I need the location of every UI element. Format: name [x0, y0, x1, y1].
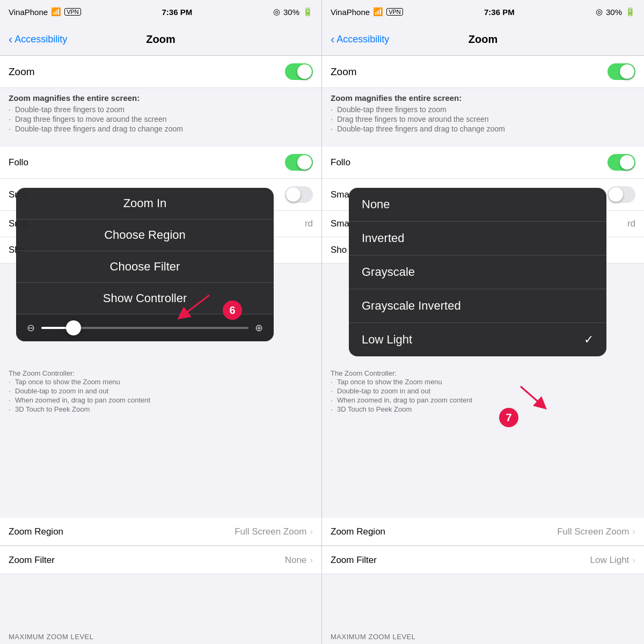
controller-desc-title-right: The Zoom Controller:	[331, 369, 635, 377]
wifi-icon-left: 📶	[51, 7, 61, 17]
zoom-filter-row-right[interactable]: Zoom Filter Low Light ›	[322, 546, 644, 574]
status-bar-left: VinaPhone 📶 VPN 7:36 PM ◎ 30% 🔋	[0, 0, 321, 24]
zoom-desc-item-3: Double-tap three fingers and drag to cha…	[9, 124, 313, 134]
zoom-filter-arrow-right: ›	[632, 555, 635, 566]
zoom-region-row-right[interactable]: Zoom Region Full Screen Zoom ›	[322, 518, 644, 546]
show-label-right: Sho	[331, 245, 347, 255]
back-button-left[interactable]: ‹ Accessibility	[9, 33, 67, 47]
smart-row2-label-right: Sma	[331, 218, 349, 229]
zoom-in-icon: ⊕	[255, 322, 263, 334]
controller-desc-right: The Zoom Controller: Tap once to show th…	[322, 365, 644, 418]
back-button-right[interactable]: ‹ Accessibility	[331, 33, 389, 47]
battery-icon-right: 🔋	[625, 7, 635, 17]
action-choose-region[interactable]: Choose Region	[16, 219, 274, 251]
time-right: 7:36 PM	[484, 8, 515, 17]
follow-toggle-left[interactable]	[285, 154, 313, 171]
status-right-left: ◎ 30% 🔋	[273, 7, 313, 17]
ctrl-desc-4: 3D Touch to Peek Zoom	[9, 405, 313, 414]
zoom-desc-item-2: Drag three fingers to move around the sc…	[9, 114, 313, 124]
filter-none[interactable]: None	[349, 188, 606, 222]
nav-bar-left: ‹ Accessibility Zoom	[0, 24, 321, 56]
ctrl-desc-r-2: Double-tap to zoom in and out	[331, 386, 635, 396]
action-choose-filter-label: Choose Filter	[110, 260, 180, 274]
arrow-annotation-6	[134, 284, 220, 327]
battery-left: 30%	[283, 8, 299, 17]
ctrl-desc-1: Tap once to show the Zoom menu	[9, 377, 313, 386]
status-left: VinaPhone 📶 VPN	[9, 7, 81, 17]
max-zoom-label-right: MAXIMUM ZOOM LEVEL	[331, 633, 635, 641]
controller-desc-title-left: The Zoom Controller:	[9, 369, 313, 377]
back-arrow-left: ‹	[9, 33, 12, 47]
left-panel: VinaPhone 📶 VPN 7:36 PM ◎ 30% 🔋 ‹ Access…	[0, 0, 322, 644]
bottom-rows-right: Zoom Region Full Screen Zoom › Zoom Filt…	[322, 518, 644, 574]
zoom-filter-value-wrapper-left: None ›	[285, 555, 313, 566]
action-zoom-in-label: Zoom In	[123, 196, 167, 210]
zoom-desc-title-left: Zoom magnifies the entire screen:	[9, 93, 313, 103]
smart-row2-val-left: rd	[305, 218, 313, 229]
action-choose-filter[interactable]: Choose Filter	[16, 251, 274, 283]
action-zoom-in[interactable]: Zoom In	[16, 188, 274, 219]
zoom-desc-r-3: Double-tap three fingers and drag to cha…	[331, 124, 635, 134]
location-icon-right: ◎	[596, 7, 603, 17]
zoom-region-value-wrapper-left: Full Screen Zoom ›	[235, 526, 313, 537]
status-right-right: ◎ 30% 🔋	[596, 7, 635, 17]
max-zoom-label-left: MAXIMUM ZOOM LEVEL	[9, 633, 313, 641]
wifi-icon-right: 📶	[373, 7, 383, 17]
battery-right: 30%	[606, 8, 622, 17]
zoom-filter-row-left[interactable]: Zoom Filter None ›	[0, 546, 321, 574]
filter-grayscale[interactable]: Grayscale	[349, 255, 606, 289]
page-title-left: Zoom	[146, 33, 175, 46]
follow-toggle-right[interactable]	[608, 154, 635, 171]
zoom-filter-label-left: Zoom Filter	[9, 555, 55, 566]
zoom-desc-r-1: Double-tap three fingers to zoom	[331, 105, 635, 114]
zoom-desc-list-right: Double-tap three fingers to zoom Drag th…	[331, 105, 635, 134]
zoom-filter-value-right: Low Light	[590, 555, 630, 566]
follow-focus-row-right: Follo	[322, 147, 644, 179]
zoom-filter-value-wrapper-right: Low Light ›	[590, 555, 635, 566]
arrow-annotation-7	[504, 376, 580, 419]
zoom-desc-title-right: Zoom magnifies the entire screen:	[331, 93, 635, 103]
zoom-region-label-right: Zoom Region	[331, 526, 385, 537]
bottom-rows-left: Zoom Region Full Screen Zoom › Zoom Filt…	[0, 518, 321, 574]
carrier-left: VinaPhone	[9, 8, 48, 17]
zoom-region-row-left[interactable]: Zoom Region Full Screen Zoom ›	[0, 518, 321, 546]
follow-label-partial-left: Follo	[9, 157, 28, 168]
controller-desc-list-right: Tap once to show the Zoom menu Double-ta…	[331, 377, 635, 414]
step-badge-6: 6	[223, 301, 242, 320]
zoom-region-value-left: Full Screen Zoom	[235, 526, 306, 537]
back-label-right[interactable]: Accessibility	[336, 34, 389, 45]
back-arrow-right: ‹	[331, 33, 334, 47]
nav-bar-right: ‹ Accessibility Zoom	[322, 24, 644, 56]
zoom-region-value-right: Full Screen Zoom	[557, 526, 629, 537]
zoom-description-right: Zoom magnifies the entire screen: Double…	[322, 88, 644, 142]
zoom-toggle-right[interactable]	[608, 63, 635, 80]
zoom-desc-list-left: Double-tap three fingers to zoom Drag th…	[9, 105, 313, 134]
controller-desc-left: The Zoom Controller: Tap once to show th…	[0, 365, 321, 418]
zoom-toggle-row-right: Zoom	[322, 56, 644, 88]
filter-low-light[interactable]: Low Light ✓	[349, 323, 606, 356]
follow-focus-row-left: Follo	[0, 147, 321, 179]
zoom-toggle-left[interactable]	[285, 63, 313, 80]
zoom-filter-value-left: None	[285, 555, 307, 566]
battery-icon-left: 🔋	[303, 7, 313, 17]
page-title-right: Zoom	[469, 33, 497, 46]
filter-inverted[interactable]: Inverted	[349, 222, 606, 255]
zoom-description-left: Zoom magnifies the entire screen: Double…	[0, 88, 321, 142]
smart-toggle-left[interactable]	[285, 186, 313, 203]
smart-toggle-right[interactable]	[608, 186, 635, 203]
ctrl-desc-3: When zoomed in, drag to pan zoom content	[9, 396, 313, 405]
zoom-desc-r-2: Drag three fingers to move around the sc…	[331, 114, 635, 124]
zoom-slider-thumb[interactable]	[66, 320, 81, 335]
zoom-desc-item-1: Double-tap three fingers to zoom	[9, 105, 313, 114]
ctrl-desc-r-1: Tap once to show the Zoom menu	[331, 377, 635, 386]
zoom-filter-arrow-left: ›	[310, 555, 313, 566]
smart-typing-label-right: Sma	[331, 189, 349, 200]
filter-dropdown-right: None Inverted Grayscale Grayscale Invert…	[349, 188, 606, 356]
filter-grayscale-inverted[interactable]: Grayscale Inverted	[349, 289, 606, 323]
back-label-left[interactable]: Accessibility	[14, 34, 67, 45]
zoom-region-arrow-right: ›	[632, 526, 635, 537]
status-left-right: VinaPhone 📶 VPN	[331, 7, 403, 17]
vpn-badge-right: VPN	[386, 8, 403, 16]
ctrl-desc-r-3: When zoomed in, drag to pan zoom content	[331, 396, 635, 405]
location-icon-left: ◎	[273, 7, 280, 17]
